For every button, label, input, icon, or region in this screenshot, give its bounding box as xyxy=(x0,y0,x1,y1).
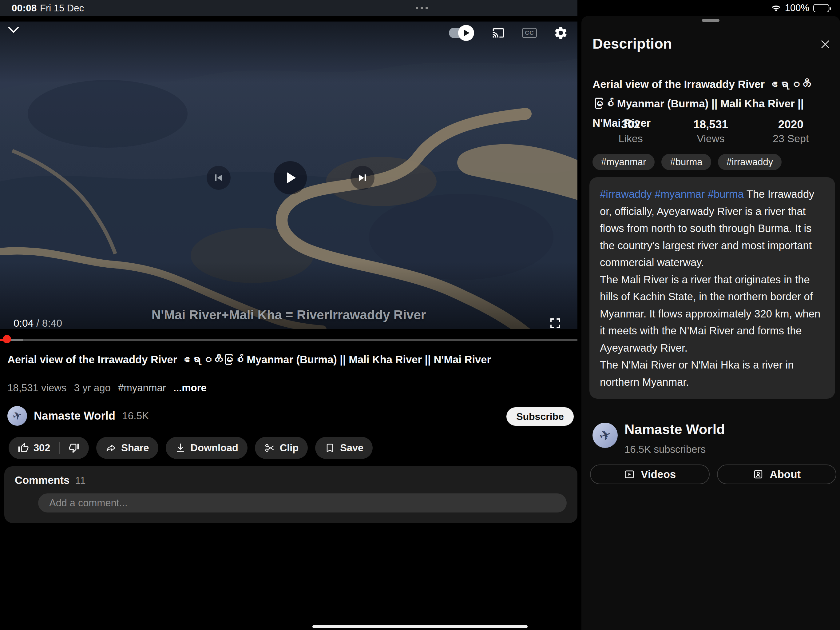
battery-percent: 100% xyxy=(785,2,809,14)
time-elapsed: 0:04 xyxy=(14,317,33,329)
add-comment-input[interactable]: Add a comment... xyxy=(38,494,567,513)
videos-icon xyxy=(624,469,635,480)
stat-date: 2020 23 Sept xyxy=(751,118,831,144)
views-label: Views xyxy=(671,133,750,144)
expand-description-more[interactable]: ...more xyxy=(174,382,207,394)
pill-divider xyxy=(59,442,60,454)
comments-section[interactable]: Comments 11 Add a comment... xyxy=(4,466,578,523)
view-count: 18,531 views xyxy=(7,382,67,394)
year-value: 2020 xyxy=(751,118,831,131)
play-icon xyxy=(281,168,300,187)
cast-icon[interactable] xyxy=(491,27,505,39)
download-icon xyxy=(175,442,186,453)
progress-bar[interactable] xyxy=(0,339,578,341)
action-bar: 302 Share Download Cli xyxy=(9,437,373,459)
like-dislike-pill[interactable]: 302 xyxy=(9,437,89,459)
videos-button[interactable]: Videos xyxy=(590,464,710,484)
statusbar-clock: 00:08 xyxy=(12,3,37,14)
video-meta: 18,531 views 3 yr ago #myanmar ...more xyxy=(7,382,207,394)
panel-channel-subscribers: 16.5K subscribers xyxy=(624,443,706,455)
date-label: 23 Sept xyxy=(751,133,831,144)
closed-captions-icon[interactable]: CC xyxy=(522,28,537,38)
fullscreen-icon[interactable] xyxy=(549,317,562,329)
thumbs-down-icon[interactable] xyxy=(69,442,80,453)
stat-likes: 302 Likes xyxy=(591,118,671,144)
channel-row[interactable]: ✈ Namaste World 16.5K xyxy=(7,406,149,426)
save-label: Save xyxy=(340,442,363,454)
screen: 00:08 Fri 15 Dec 100% xyxy=(0,0,840,630)
airplane-avatar-icon: ✈ xyxy=(11,408,24,423)
multitasking-dots-icon[interactable] xyxy=(416,7,428,9)
subscribe-button[interactable]: Subscribe xyxy=(507,407,574,426)
scissors-clip-icon xyxy=(264,442,275,453)
play-button[interactable] xyxy=(274,161,307,195)
panel-channel-name[interactable]: Namaste World xyxy=(624,421,725,437)
hashtag-chips: #myanmar #burma #irrawaddy xyxy=(592,154,782,170)
about-button[interactable]: About xyxy=(717,464,837,484)
panel-buttons: Videos About xyxy=(590,464,836,484)
clip-label: Clip xyxy=(280,442,298,454)
player-top-controls: CC xyxy=(449,24,568,42)
playback-time: 0:04/ 8:40 xyxy=(14,317,62,329)
download-button[interactable]: Download xyxy=(166,437,248,459)
stat-views: 18,531 Views xyxy=(671,118,750,144)
channel-name[interactable]: Namaste World xyxy=(34,410,115,423)
views-value: 18,531 xyxy=(671,118,750,131)
video-title: Aerial view of the Irrawaddy River ဧရာဝတ… xyxy=(7,354,573,366)
comments-title: Comments xyxy=(15,474,69,486)
chip-myanmar[interactable]: #myanmar xyxy=(592,154,655,170)
next-video-button[interactable] xyxy=(351,166,374,190)
download-label: Download xyxy=(191,442,238,454)
description-panel: Description Aerial view of the Irrawaddy… xyxy=(581,16,840,630)
comments-count: 11 xyxy=(75,475,85,486)
video-overlay-caption: N'Mai River+Mali Kha = RiverIrrawaddy Ri… xyxy=(0,308,578,322)
autoplay-knob-play-icon xyxy=(458,25,474,41)
channel-avatar[interactable]: ✈ xyxy=(7,406,27,426)
chip-burma[interactable]: #burma xyxy=(662,154,711,170)
share-button[interactable]: Share xyxy=(96,437,158,459)
hashtag-myanmar[interactable]: #myanmar xyxy=(118,382,166,394)
scrubber-handle[interactable] xyxy=(3,335,11,343)
commenter-avatar xyxy=(15,494,33,511)
like-count: 302 xyxy=(33,442,50,454)
settings-gear-icon[interactable] xyxy=(553,25,568,40)
home-indicator[interactable] xyxy=(313,625,527,628)
chip-irrawaddy[interactable]: #irrawaddy xyxy=(718,154,782,170)
about-person-icon xyxy=(752,469,764,480)
collapse-player-chevron-icon[interactable] xyxy=(8,27,19,33)
description-text: The Irrawaddy or, officially, Ayeyarwady… xyxy=(600,188,820,388)
comments-header: Comments 11 xyxy=(15,474,86,486)
close-icon[interactable] xyxy=(819,38,831,51)
statusbar-date: Fri 15 Dec xyxy=(40,3,84,14)
description-body[interactable]: #irrawaddy #myanmar #burma The Irrawaddy… xyxy=(589,177,835,399)
about-label: About xyxy=(770,468,801,481)
statusbar-left-background xyxy=(0,0,578,16)
sheet-drag-handle[interactable] xyxy=(702,19,720,22)
skip-next-icon xyxy=(356,171,369,185)
airplane-avatar-icon: ✈ xyxy=(597,426,613,445)
previous-video-button[interactable] xyxy=(207,166,231,190)
thumbs-up-icon[interactable] xyxy=(18,442,29,453)
channel-subscriber-count: 16.5K xyxy=(122,410,149,422)
likes-label: Likes xyxy=(591,133,671,144)
panel-title: Description xyxy=(592,35,672,52)
upload-age: 3 yr ago xyxy=(74,382,111,394)
panel-channel-avatar[interactable]: ✈ xyxy=(592,423,618,448)
video-stats: 302 Likes 18,531 Views 2020 23 Sept xyxy=(591,118,831,144)
clip-button[interactable]: Clip xyxy=(255,437,308,459)
share-icon xyxy=(106,442,117,453)
battery-icon xyxy=(813,4,829,12)
skip-previous-icon xyxy=(212,171,225,185)
save-button[interactable]: Save xyxy=(315,437,373,459)
video-player[interactable]: CC N'Mai River+Mali Kha = RiverIrrawaddy… xyxy=(0,22,578,329)
comment-placeholder: Add a comment... xyxy=(38,497,128,509)
description-hashtag-links[interactable]: #irrawaddy #myanmar #burma xyxy=(600,188,747,200)
likes-value: 302 xyxy=(591,118,671,131)
share-label: Share xyxy=(121,442,149,454)
autoplay-toggle[interactable] xyxy=(449,28,471,38)
time-total: / 8:40 xyxy=(36,317,62,329)
videos-label: Videos xyxy=(641,468,676,481)
statusbar-right: 100% xyxy=(771,2,829,14)
wifi-icon xyxy=(771,4,781,12)
bookmark-save-icon xyxy=(324,442,335,453)
